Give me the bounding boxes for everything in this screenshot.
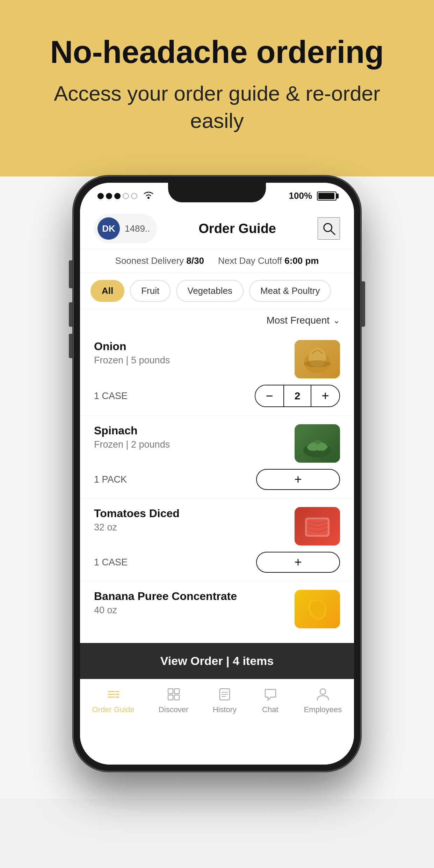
next-day-cutoff: Next Day Cutoff 6:00 pm <box>218 255 319 266</box>
product-info: Onion Frozen | 5 pounds <box>94 340 288 366</box>
product-top: Onion Frozen | 5 pounds <box>94 340 340 378</box>
tab-history[interactable]: History <box>213 686 237 714</box>
unit-label: 1 CASE <box>94 557 128 568</box>
svg-point-23 <box>320 689 326 694</box>
product-desc: 32 oz <box>94 522 288 533</box>
app-header: DK 1489.. Order Guide <box>80 205 354 249</box>
svg-rect-15 <box>168 689 173 694</box>
battery-fill <box>318 193 334 199</box>
tab-label-chat: Chat <box>262 705 278 714</box>
phone-screen: 100% DK 1489.. Order Guide <box>80 183 354 765</box>
tab-employees[interactable]: Employees <box>304 686 342 714</box>
signal-indicators <box>97 190 155 202</box>
filter-tabs: All Fruit Vegetables Meat & Poultry <box>80 273 354 309</box>
tab-label-employees: Employees <box>304 705 342 714</box>
soonest-delivery: Soonest Delivery 8/30 <box>115 255 204 266</box>
product-image-tomatoes <box>295 507 340 545</box>
volume-button-up <box>69 302 72 327</box>
signal-dot-2 <box>106 193 112 199</box>
svg-rect-18 <box>174 695 179 700</box>
product-name: Banana Puree Concentrate <box>94 590 288 603</box>
product-info: Banana Puree Concentrate 40 oz <box>94 590 288 616</box>
product-top: Spinach Frozen | 2 pounds <box>94 424 340 463</box>
tab-label-order-guide: Order Guide <box>92 705 135 714</box>
product-list: Onion Frozen | 5 pounds <box>80 332 354 643</box>
search-button[interactable] <box>318 217 340 240</box>
battery-bar <box>317 191 337 201</box>
hero-title: No-headache ordering <box>50 35 384 70</box>
chevron-down-icon: ⌄ <box>333 316 340 325</box>
view-order-bar[interactable]: View Order | 4 items <box>80 643 354 679</box>
add-button-tomatoes[interactable]: + <box>256 552 340 573</box>
product-top: Banana Puree Concentrate 40 oz <box>94 590 340 628</box>
discover-icon <box>164 686 183 702</box>
account-number: 1489.. <box>125 223 150 234</box>
increase-button[interactable]: + <box>311 385 339 406</box>
filter-tab-all[interactable]: All <box>91 280 124 302</box>
plus-icon: + <box>294 472 302 487</box>
product-bottom: 1 PACK + <box>94 469 340 490</box>
delivery-info: Soonest Delivery 8/30 Next Day Cutoff 6:… <box>80 249 354 273</box>
tab-bar: Order Guide Discover <box>80 679 354 725</box>
product-bottom: 1 CASE + <box>94 552 340 573</box>
quantity-control-onion[interactable]: − 2 + <box>255 385 340 407</box>
wifi-icon <box>142 190 155 202</box>
product-info: Tomatoes Diced 32 oz <box>94 507 288 533</box>
svg-point-0 <box>147 197 150 199</box>
volume-button-down <box>69 334 72 358</box>
product-desc: Frozen | 2 pounds <box>94 439 288 450</box>
plus-icon: + <box>294 555 302 570</box>
svg-point-5 <box>304 360 331 367</box>
filter-tab-fruit[interactable]: Fruit <box>130 280 171 302</box>
product-desc: 40 oz <box>94 605 288 616</box>
signal-dot-1 <box>97 193 104 199</box>
decrease-button[interactable]: − <box>255 385 283 406</box>
avatar: DK <box>97 217 120 240</box>
product-item-spinach: Spinach Frozen | 2 pounds <box>80 416 354 499</box>
tab-chat[interactable]: Chat <box>261 686 280 714</box>
tab-label-history: History <box>213 705 237 714</box>
battery-percent: 100% <box>289 190 312 201</box>
battery-indicator <box>317 191 337 201</box>
app-content: DK 1489.. Order Guide Soonest Delivery <box>80 205 354 765</box>
tab-discover[interactable]: Discover <box>159 686 189 714</box>
product-desc: Frozen | 5 pounds <box>94 355 288 366</box>
product-item-banana: Banana Puree Concentrate 40 oz <box>80 581 354 643</box>
quantity-value: 2 <box>283 385 311 406</box>
status-right: 100% <box>289 190 337 201</box>
account-pill[interactable]: DK 1489.. <box>94 214 157 243</box>
sort-label: Most Frequent <box>266 315 330 326</box>
tab-label-discover: Discover <box>159 705 189 714</box>
tab-order-guide[interactable]: Order Guide <box>92 686 135 714</box>
product-image-spinach <box>295 424 340 463</box>
product-item-tomatoes: Tomatoes Diced 32 oz <box>80 499 354 581</box>
product-info: Spinach Frozen | 2 pounds <box>94 424 288 450</box>
product-bottom: 1 CASE − 2 + <box>94 385 340 407</box>
order-guide-icon <box>104 686 123 702</box>
phone-section: 100% DK 1489.. Order Guide <box>0 176 434 799</box>
signal-dot-5 <box>131 193 137 199</box>
product-item-onion: Onion Frozen | 5 pounds <box>80 332 354 416</box>
history-icon <box>215 686 234 702</box>
page-title: Order Guide <box>198 221 276 236</box>
phone-frame: 100% DK 1489.. Order Guide <box>74 176 360 771</box>
sort-bar[interactable]: Most Frequent ⌄ <box>80 309 354 332</box>
signal-dot-4 <box>123 193 129 199</box>
filter-tab-vegetables[interactable]: Vegetables <box>176 280 244 302</box>
phone-notch <box>168 183 266 202</box>
product-image-onion <box>295 340 340 378</box>
filter-tab-meat[interactable]: Meat & Poultry <box>249 280 331 302</box>
employees-icon <box>313 686 332 702</box>
product-name: Spinach <box>94 424 288 437</box>
product-top: Tomatoes Diced 32 oz <box>94 507 340 545</box>
svg-line-2 <box>331 231 335 234</box>
hero-subtitle: Access your order guide & re-order easil… <box>28 80 406 135</box>
add-button-spinach[interactable]: + <box>256 469 340 490</box>
search-icon <box>321 221 336 236</box>
unit-label: 1 CASE <box>94 391 128 402</box>
unit-label: 1 PACK <box>94 474 127 485</box>
svg-rect-16 <box>174 689 179 694</box>
signal-dot-3 <box>114 193 121 199</box>
product-image-banana <box>295 590 340 628</box>
product-name: Onion <box>94 340 288 353</box>
